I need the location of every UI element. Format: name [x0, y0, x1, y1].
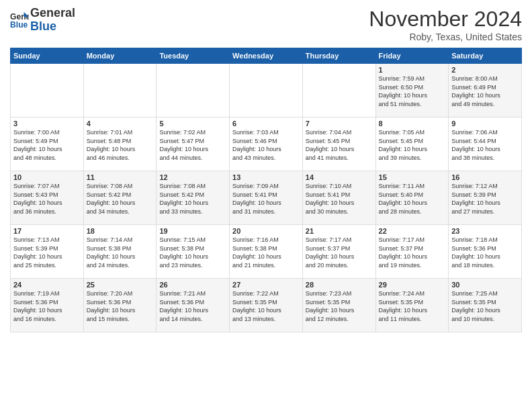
day-cell: 28Sunrise: 7:23 AM Sunset: 5:35 PM Dayli…	[302, 279, 375, 332]
day-info: Sunrise: 7:21 AM Sunset: 5:36 PM Dayligh…	[159, 289, 226, 323]
day-number: 15	[379, 173, 446, 181]
day-info: Sunrise: 7:03 AM Sunset: 5:46 PM Dayligh…	[232, 128, 300, 162]
day-number: 16	[451, 173, 519, 181]
logo-text: General Blue	[30, 7, 75, 34]
day-number: 13	[232, 173, 300, 181]
day-cell	[302, 64, 375, 118]
day-number: 28	[306, 281, 373, 289]
day-cell: 5Sunrise: 7:02 AM Sunset: 5:47 PM Daylig…	[157, 118, 230, 171]
day-cell: 9Sunrise: 7:06 AM Sunset: 5:44 PM Daylig…	[449, 118, 522, 171]
day-number: 30	[451, 281, 519, 289]
day-number: 17	[13, 227, 81, 235]
day-number: 21	[306, 227, 373, 235]
day-cell: 30Sunrise: 7:25 AM Sunset: 5:35 PM Dayli…	[449, 279, 522, 332]
day-cell: 24Sunrise: 7:19 AM Sunset: 5:36 PM Dayli…	[11, 279, 84, 332]
day-number: 22	[379, 227, 446, 235]
month-title: November 2024	[369, 7, 522, 32]
day-cell: 15Sunrise: 7:11 AM Sunset: 5:40 PM Dayli…	[375, 171, 449, 225]
day-number: 9	[451, 120, 519, 128]
day-number: 4	[87, 120, 154, 128]
day-cell: 23Sunrise: 7:18 AM Sunset: 5:36 PM Dayli…	[449, 225, 522, 279]
day-info: Sunrise: 7:06 AM Sunset: 5:44 PM Dayligh…	[451, 128, 519, 162]
day-info: Sunrise: 7:24 AM Sunset: 5:35 PM Dayligh…	[379, 289, 446, 323]
day-info: Sunrise: 7:01 AM Sunset: 5:48 PM Dayligh…	[87, 128, 154, 162]
day-cell: 29Sunrise: 7:24 AM Sunset: 5:35 PM Dayli…	[375, 279, 449, 332]
week-row-5: 24Sunrise: 7:19 AM Sunset: 5:36 PM Dayli…	[11, 279, 522, 332]
title-block: November 2024 Roby, Texas, United States	[369, 7, 522, 42]
day-number: 10	[13, 173, 81, 181]
day-info: Sunrise: 7:05 AM Sunset: 5:45 PM Dayligh…	[379, 128, 446, 162]
day-cell	[230, 64, 303, 118]
day-header-wednesday: Wednesday	[230, 48, 303, 64]
svg-text:Blue: Blue	[10, 20, 28, 30]
day-info: Sunrise: 7:19 AM Sunset: 5:36 PM Dayligh…	[13, 289, 81, 323]
day-info: Sunrise: 7:14 AM Sunset: 5:38 PM Dayligh…	[87, 236, 154, 269]
day-info: Sunrise: 7:18 AM Sunset: 5:36 PM Dayligh…	[451, 236, 519, 269]
day-cell: 12Sunrise: 7:08 AM Sunset: 5:42 PM Dayli…	[157, 171, 230, 225]
day-cell: 11Sunrise: 7:08 AM Sunset: 5:42 PM Dayli…	[83, 171, 157, 225]
location-subtitle: Roby, Texas, United States	[369, 32, 522, 42]
header-row: SundayMondayTuesdayWednesdayThursdayFrid…	[11, 48, 522, 64]
day-cell: 13Sunrise: 7:09 AM Sunset: 5:41 PM Dayli…	[230, 171, 303, 225]
day-cell: 27Sunrise: 7:22 AM Sunset: 5:35 PM Dayli…	[230, 279, 303, 332]
day-cell	[83, 64, 157, 118]
day-cell: 22Sunrise: 7:17 AM Sunset: 5:37 PM Dayli…	[375, 225, 449, 279]
day-header-thursday: Thursday	[302, 48, 375, 64]
day-info: Sunrise: 7:10 AM Sunset: 5:41 PM Dayligh…	[306, 182, 373, 216]
day-cell: 6Sunrise: 7:03 AM Sunset: 5:46 PM Daylig…	[230, 118, 303, 171]
header: General Blue General Blue November 2024 …	[10, 7, 522, 42]
day-info: Sunrise: 7:20 AM Sunset: 5:36 PM Dayligh…	[87, 289, 154, 323]
day-info: Sunrise: 7:04 AM Sunset: 5:45 PM Dayligh…	[306, 128, 373, 162]
day-cell: 18Sunrise: 7:14 AM Sunset: 5:38 PM Dayli…	[83, 225, 157, 279]
day-number: 23	[451, 227, 519, 235]
day-info: Sunrise: 7:13 AM Sunset: 5:39 PM Dayligh…	[13, 236, 81, 269]
day-number: 1	[379, 66, 446, 74]
day-number: 29	[379, 281, 446, 289]
day-cell: 26Sunrise: 7:21 AM Sunset: 5:36 PM Dayli…	[157, 279, 230, 332]
day-cell: 2Sunrise: 8:00 AM Sunset: 6:49 PM Daylig…	[449, 64, 522, 118]
day-info: Sunrise: 7:08 AM Sunset: 5:42 PM Dayligh…	[87, 182, 154, 216]
day-cell: 25Sunrise: 7:20 AM Sunset: 5:36 PM Dayli…	[83, 279, 157, 332]
day-cell: 4Sunrise: 7:01 AM Sunset: 5:48 PM Daylig…	[83, 118, 157, 171]
logo: General Blue General Blue	[10, 7, 75, 34]
day-number: 12	[159, 173, 226, 181]
day-number: 3	[13, 120, 81, 128]
day-number: 25	[87, 281, 154, 289]
day-header-sunday: Sunday	[11, 48, 84, 64]
day-info: Sunrise: 7:15 AM Sunset: 5:38 PM Dayligh…	[159, 236, 226, 269]
week-row-1: 1Sunrise: 7:59 AM Sunset: 6:50 PM Daylig…	[11, 64, 522, 118]
day-cell: 8Sunrise: 7:05 AM Sunset: 5:45 PM Daylig…	[375, 118, 449, 171]
logo-icon: General Blue	[10, 11, 29, 30]
day-info: Sunrise: 7:12 AM Sunset: 5:39 PM Dayligh…	[451, 182, 519, 216]
day-info: Sunrise: 7:59 AM Sunset: 6:50 PM Dayligh…	[379, 75, 446, 108]
day-number: 5	[159, 120, 226, 128]
day-header-tuesday: Tuesday	[157, 48, 230, 64]
day-info: Sunrise: 7:25 AM Sunset: 5:35 PM Dayligh…	[451, 289, 519, 323]
day-cell: 16Sunrise: 7:12 AM Sunset: 5:39 PM Dayli…	[449, 171, 522, 225]
day-info: Sunrise: 7:11 AM Sunset: 5:40 PM Dayligh…	[379, 182, 446, 216]
day-cell: 1Sunrise: 7:59 AM Sunset: 6:50 PM Daylig…	[375, 64, 449, 118]
day-number: 8	[379, 120, 446, 128]
day-header-friday: Friday	[375, 48, 449, 64]
day-info: Sunrise: 7:17 AM Sunset: 5:37 PM Dayligh…	[306, 236, 373, 269]
day-cell	[157, 64, 230, 118]
day-cell: 20Sunrise: 7:16 AM Sunset: 5:38 PM Dayli…	[230, 225, 303, 279]
day-header-saturday: Saturday	[449, 48, 522, 64]
day-cell: 17Sunrise: 7:13 AM Sunset: 5:39 PM Dayli…	[11, 225, 84, 279]
day-number: 27	[232, 281, 300, 289]
page-container: General Blue General Blue November 2024 …	[0, 0, 532, 336]
day-cell	[11, 64, 84, 118]
day-number: 24	[13, 281, 81, 289]
day-number: 19	[159, 227, 226, 235]
day-info: Sunrise: 7:07 AM Sunset: 5:43 PM Dayligh…	[13, 182, 81, 216]
day-number: 20	[232, 227, 300, 235]
day-info: Sunrise: 8:00 AM Sunset: 6:49 PM Dayligh…	[451, 75, 519, 108]
day-info: Sunrise: 7:02 AM Sunset: 5:47 PM Dayligh…	[159, 128, 226, 162]
day-number: 18	[87, 227, 154, 235]
day-cell: 10Sunrise: 7:07 AM Sunset: 5:43 PM Dayli…	[11, 171, 84, 225]
day-number: 6	[232, 120, 300, 128]
day-info: Sunrise: 7:17 AM Sunset: 5:37 PM Dayligh…	[379, 236, 446, 269]
week-row-4: 17Sunrise: 7:13 AM Sunset: 5:39 PM Dayli…	[11, 225, 522, 279]
day-number: 11	[87, 173, 154, 181]
calendar-table: SundayMondayTuesdayWednesdayThursdayFrid…	[10, 48, 522, 332]
